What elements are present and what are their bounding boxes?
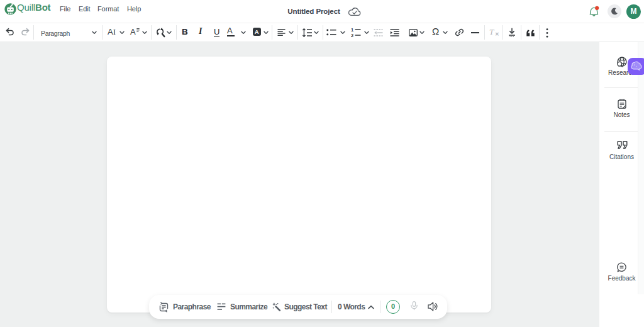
svg-text:2: 2 <box>351 33 353 37</box>
svg-text:1: 1 <box>351 28 353 33</box>
